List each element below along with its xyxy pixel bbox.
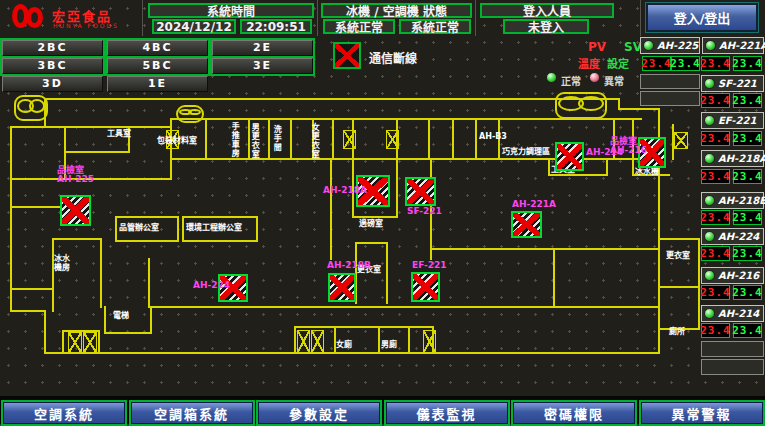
normal-lamp-icon	[546, 72, 557, 83]
status-lamp-icon	[704, 231, 715, 242]
unit-map-label: SF-221	[407, 207, 442, 216]
unit-panel-ah-225[interactable]: AH-225	[640, 37, 700, 54]
wall-segment	[100, 238, 102, 308]
door-x-icon	[68, 332, 82, 353]
login-logout-button[interactable]: 登入/登出	[646, 3, 758, 32]
unit-map-label: AH-224	[193, 281, 230, 290]
nav-button-1[interactable]: 空調系統	[3, 402, 125, 424]
comm-fail-x-icon	[333, 42, 361, 69]
floor-button-1e[interactable]: 1E	[107, 76, 208, 92]
login-user-label: 登入人員	[480, 3, 614, 18]
wall-segment	[10, 126, 46, 128]
wall-segment	[104, 306, 106, 334]
divider	[317, 0, 318, 36]
floor-button-4bc[interactable]: 4BC	[107, 40, 208, 56]
room-label: 男廁	[381, 340, 397, 349]
status-lamp-icon	[704, 195, 715, 206]
room-label: 冰水機房	[54, 254, 74, 272]
divider	[640, 0, 641, 36]
wall-segment	[658, 238, 700, 240]
comm-fail-label: 通信斷線	[369, 49, 417, 66]
room-label: 女更衣室	[310, 123, 319, 159]
unit-sv-value: 23.4	[733, 210, 762, 225]
floor-button-5bc[interactable]: 5BC	[107, 58, 208, 74]
status-lamp-icon	[704, 153, 715, 164]
unit-panel-ef-221[interactable]: EF-221	[701, 112, 764, 129]
door-x-icon	[674, 132, 688, 149]
unit-map-label: AH-221A	[512, 200, 556, 209]
floor-button-3bc[interactable]: 3BC	[2, 58, 103, 74]
floor-button-3d[interactable]: 3D	[2, 76, 103, 92]
wall-segment	[98, 330, 100, 354]
nav-button-5[interactable]: 密碼權限	[513, 402, 635, 424]
wall-segment	[618, 108, 660, 110]
wall-segment	[10, 288, 54, 290]
unit-sv-value: 23.4	[733, 131, 762, 146]
alarm-x-icon[interactable]	[405, 177, 436, 206]
room-label: 更衣室	[666, 251, 692, 260]
room-label: 過磅室	[359, 219, 383, 228]
alarm-x-icon[interactable]	[328, 273, 356, 302]
nav-button-4[interactable]: 儀表監視	[386, 402, 508, 424]
pv-legend-label: PV	[588, 40, 606, 54]
alarm-x-icon[interactable]	[411, 272, 440, 302]
unit-sv-value: 23.4	[733, 323, 762, 338]
unit-panel-ah-224[interactable]: AH-224	[701, 228, 764, 245]
floor-button-2e[interactable]: 2E	[212, 40, 313, 56]
unit-pv-value: 23.4	[701, 131, 730, 146]
unit-panel-ah-218a[interactable]: AH-218A	[701, 150, 764, 167]
nav-button-3[interactable]: 參數設定	[258, 402, 380, 424]
unit-map-label: EF-221	[412, 261, 447, 270]
room-label: 工具室	[107, 129, 133, 138]
door-x-icon	[386, 130, 399, 149]
nav-button-2[interactable]: 空調箱系統	[131, 402, 253, 424]
stairs-icon	[555, 92, 607, 119]
unit-pv-value: 23.4	[701, 93, 730, 108]
wall-segment	[115, 216, 179, 218]
divider	[142, 0, 143, 36]
unit-sv-value: 23.4	[671, 56, 700, 71]
wall-segment	[352, 216, 398, 218]
wall-segment	[294, 326, 296, 354]
status-lamp-icon	[704, 270, 715, 281]
unit-panel-ah-218b[interactable]: AH-218B	[701, 192, 764, 209]
door-x-icon	[343, 130, 356, 149]
unit-panel-sf-221[interactable]: SF-221	[701, 75, 764, 92]
nav-button-6[interactable]: 異常警報	[641, 402, 763, 424]
wall-segment	[268, 120, 270, 160]
wall-segment	[44, 310, 46, 354]
unit-label: AH-214	[718, 308, 759, 319]
wall-segment	[430, 248, 658, 250]
stairs-icon	[14, 95, 48, 121]
floor-button-2bc[interactable]: 2BC	[2, 40, 103, 56]
wall-segment	[10, 126, 12, 312]
unit-pv-value: 23.4	[701, 169, 730, 184]
room-label: 女廁	[336, 340, 352, 349]
wall-segment	[182, 240, 258, 242]
unit-pv-value: 23.4	[642, 56, 671, 71]
brand-logo-icon	[26, 7, 43, 28]
unit-sv-value: 23.4	[733, 169, 762, 184]
stairs-icon	[176, 105, 204, 123]
alarm-x-icon[interactable]	[555, 142, 584, 171]
wall-segment	[64, 151, 130, 153]
unit-map-label: 品檢室 AH-225	[57, 166, 94, 185]
wall-segment	[355, 242, 388, 244]
wall-segment	[256, 216, 258, 242]
unit-label: AH-225	[657, 40, 698, 51]
room-label: AH-B3	[479, 132, 507, 141]
wall-segment	[182, 216, 258, 218]
unit-panel-ah-216[interactable]: AH-216	[701, 267, 764, 284]
unit-label: AH-218A	[718, 153, 765, 164]
alarm-x-icon[interactable]	[60, 195, 91, 226]
floor-button-3e[interactable]: 3E	[212, 58, 313, 74]
unit-panel-ah-214[interactable]: AH-214	[701, 305, 764, 322]
alarm-x-icon[interactable]	[511, 211, 542, 238]
login-status-value: 未登入	[503, 19, 589, 34]
wall-segment	[332, 120, 334, 160]
divider	[475, 0, 476, 36]
unit-panel-ah-221a[interactable]: AH-221A	[702, 37, 764, 54]
unit-map-label: AH-218B	[327, 261, 371, 270]
wall-segment	[148, 258, 150, 308]
unit-label: AH-224	[718, 231, 759, 242]
